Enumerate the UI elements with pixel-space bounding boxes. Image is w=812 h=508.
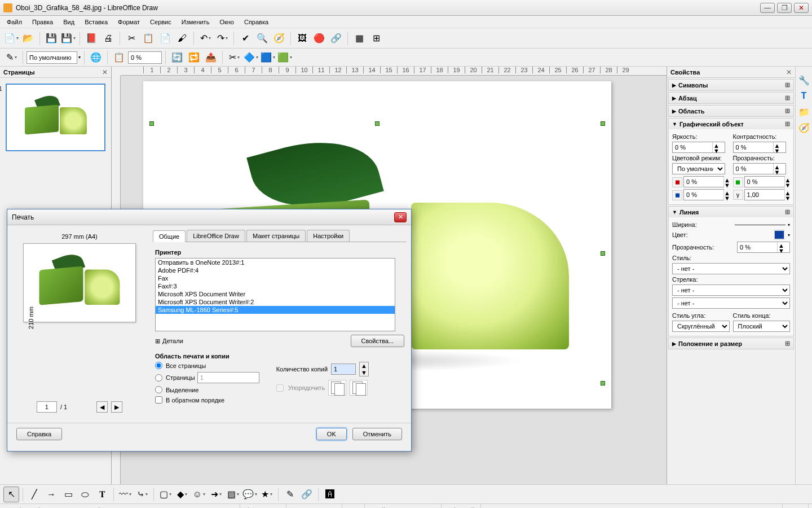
flowchart-shapes[interactable]: ▧▾ [225, 487, 241, 502]
menu-insert[interactable]: Вставка [80, 17, 112, 27]
radio-selection[interactable]: Выделение [155, 386, 259, 393]
copies-input[interactable] [331, 364, 356, 375]
printer-properties-button[interactable]: Свойства... [351, 335, 404, 347]
callout-shapes[interactable]: 💬▾ [242, 487, 258, 502]
new-button[interactable]: 📄▾ [3, 30, 19, 46]
printer-option[interactable]: Microsoft XPS Document Writer [156, 290, 395, 298]
section-position[interactable]: ▶Положение и размер⊞ [669, 338, 793, 349]
preview-page-input[interactable] [37, 401, 57, 413]
printer-option[interactable]: Отправить в OneNote 2013#:1 [156, 259, 395, 266]
gallery-icon[interactable]: 📁 [797, 105, 811, 119]
mirror-button[interactable]: 🔁 [186, 50, 202, 65]
line-shape[interactable]: ╱ [27, 487, 42, 502]
help-button[interactable]: Справка [16, 428, 62, 440]
green-input[interactable]: ▲▼ [744, 176, 785, 187]
brush-button[interactable]: 🖌 [174, 30, 190, 46]
line-tool[interactable]: ✎▾ [3, 50, 19, 65]
saveas-button[interactable]: 💾▾ [60, 30, 76, 46]
pages-input[interactable] [197, 372, 259, 383]
preview-next[interactable]: ▶ [111, 401, 122, 413]
spacing-spin[interactable] [128, 51, 162, 64]
text-shape[interactable]: 𝐓 [94, 487, 110, 502]
menu-window[interactable]: Окно [215, 17, 239, 27]
red-input[interactable]: ▲▼ [683, 176, 724, 187]
wrench-icon[interactable]: 🔧 [797, 73, 811, 87]
curve-tool[interactable]: 〰▾ [117, 487, 133, 502]
arrow-shapes[interactable]: ➜▾ [208, 487, 224, 502]
navigator-button[interactable]: 🧭 [271, 30, 287, 46]
section-paragraph[interactable]: ▶Абзац⊞ [669, 93, 793, 103]
details-label[interactable]: Детали [162, 338, 183, 344]
properties-close[interactable]: ✕ [786, 68, 792, 76]
tab-layout[interactable]: Макет страницы [246, 230, 306, 242]
globe-icon[interactable]: 🌐 [88, 50, 104, 65]
cap-select[interactable]: Плоский [733, 321, 791, 332]
ok-button[interactable]: OK [316, 428, 347, 440]
brightness-input[interactable]: ▲▼ [672, 142, 725, 153]
section-line[interactable]: ▼Линия⊞ [669, 207, 793, 217]
transparency-input[interactable]: ▲▼ [733, 163, 786, 174]
check-reverse[interactable]: В обратном порядке [155, 396, 259, 404]
preview-prev[interactable]: ◀ [96, 401, 108, 413]
section-graphic[interactable]: ▼Графический объект⊞ [669, 119, 793, 129]
ellipse-shape[interactable]: ⬭ [77, 487, 93, 502]
gamma-input[interactable]: ▲▼ [744, 189, 785, 200]
zoom-slider[interactable]: ─○──────── + [722, 504, 783, 508]
printer-option[interactable]: Adobe PDF#:4 [156, 266, 395, 274]
page-thumbnail[interactable]: 1 [6, 84, 105, 151]
contrast-input[interactable]: ▲▼ [733, 142, 786, 153]
line-trans-input[interactable]: ▲▼ [737, 242, 790, 253]
exit-button[interactable]: 📤 [203, 50, 219, 65]
print-button[interactable]: 🖨 [100, 30, 116, 46]
dialog-close-button[interactable]: ✕ [394, 212, 407, 222]
radio-pages[interactable]: Страницы [155, 372, 259, 383]
minimize-button[interactable]: — [760, 3, 775, 13]
arrow-shape[interactable]: → [43, 487, 59, 502]
section-area[interactable]: ▶Область⊞ [669, 106, 793, 116]
printer-option[interactable]: Fax#:3 [156, 282, 395, 290]
grid-button[interactable]: ▦ [351, 30, 367, 46]
radio-all[interactable]: Все страницы [155, 362, 259, 369]
crop-tool[interactable]: ✂▾ [226, 50, 242, 65]
paste-button[interactable]: 📄 [157, 30, 173, 46]
menu-file[interactable]: Файл [2, 17, 27, 27]
menu-tools[interactable]: Сервис [145, 17, 176, 27]
basic-shapes[interactable]: ▢▾ [157, 487, 173, 502]
open-button[interactable]: 📂 [20, 30, 36, 46]
copy-button[interactable]: 📋 [140, 30, 156, 46]
menu-modify[interactable]: Изменить [177, 17, 214, 27]
select-tool[interactable]: ↖ [3, 487, 19, 502]
menu-format[interactable]: Формат [113, 17, 144, 27]
arrow-end-select[interactable]: - нет - [672, 297, 790, 309]
rotate-button[interactable]: 🔄 [169, 50, 185, 65]
style-combo[interactable] [27, 51, 77, 64]
spellcheck-button[interactable]: ✔ [237, 30, 253, 46]
printer-option[interactable]: Fax [156, 274, 395, 282]
undo-button[interactable]: ↶▾ [197, 30, 213, 46]
cut-button[interactable]: ✂ [123, 30, 139, 46]
redo-button[interactable]: ↷▾ [214, 30, 230, 46]
symbol-shapes[interactable]: ◆▾ [174, 487, 190, 502]
zoom-button[interactable]: 🔍 [254, 30, 270, 46]
fontwork[interactable]: 🅰 [322, 487, 338, 502]
smiley-shapes[interactable]: ☺▾ [191, 487, 207, 502]
pdf-button[interactable]: 📕 [83, 30, 99, 46]
cancel-button[interactable]: Отменить [352, 428, 402, 440]
menu-edit[interactable]: Правка [28, 17, 58, 27]
menu-help[interactable]: Справка [240, 17, 273, 27]
star-shapes[interactable]: ★▾ [259, 487, 275, 502]
crop-button[interactable]: ⊞ [368, 30, 384, 46]
text-tool-icon[interactable]: T [797, 89, 811, 103]
section-symbols[interactable]: ▶Символы⊞ [669, 80, 793, 90]
close-button[interactable]: ✕ [794, 3, 809, 13]
arrange-button[interactable]: 🟦▾ [260, 50, 276, 65]
zoom-value[interactable]: 77 % [783, 504, 809, 508]
color-swatch[interactable] [774, 230, 784, 240]
printer-list[interactable]: Отправить в OneNote 2013#:1Adobe PDF#:4F… [155, 258, 395, 331]
image-button[interactable]: 🖼 [294, 30, 310, 46]
line-width-preview[interactable] [735, 225, 785, 225]
save-button[interactable]: 💾 [43, 30, 59, 46]
rect-shape[interactable]: ▭ [60, 487, 76, 502]
line-style-select[interactable]: - нет - [672, 263, 790, 274]
tab-general[interactable]: Общие [153, 230, 186, 242]
